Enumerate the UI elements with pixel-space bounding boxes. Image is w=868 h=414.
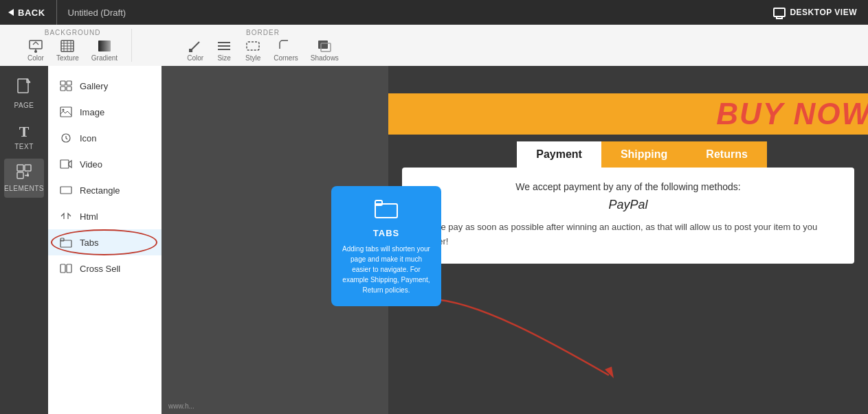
rectangle-icon <box>59 183 73 197</box>
html-item[interactable]: Html <box>48 203 162 229</box>
svg-rect-19 <box>25 165 31 171</box>
sidebar-item-text[interactable]: T TEXT <box>4 117 44 156</box>
yellow-banner: BUY NOW <box>388 93 868 135</box>
border-corners-btn[interactable]: Corners <box>274 39 298 62</box>
desktop-view-label: DESKTOP VIEW <box>790 8 857 17</box>
svg-rect-25 <box>67 81 71 85</box>
svg-rect-15 <box>318 41 328 49</box>
back-button[interactable]: BACK <box>8 8 45 18</box>
separator <box>56 0 57 25</box>
tab-shipping[interactable]: Shipping <box>601 141 687 168</box>
tooltip-title: TABS <box>341 228 432 238</box>
svg-rect-10 <box>189 49 192 52</box>
bg-gradient-btn[interactable]: Gradient <box>91 39 118 62</box>
video-icon <box>59 157 73 171</box>
border-label: BORDER <box>246 29 280 36</box>
border-style-label: Style <box>245 54 260 62</box>
image-icon <box>59 105 73 119</box>
background-label: BACKGROUND <box>45 29 101 36</box>
text-label: TEXT <box>14 143 34 150</box>
payment-content-box: We accept payment by any of the followin… <box>402 168 854 264</box>
svg-rect-27 <box>67 87 71 91</box>
payment-body: Please pay as soon as possible after win… <box>419 220 838 249</box>
svg-rect-31 <box>60 160 69 168</box>
back-arrow-icon <box>8 9 14 16</box>
border-corners-label: Corners <box>274 54 298 62</box>
icon-label: Icon <box>80 133 97 143</box>
svg-point-29 <box>63 109 65 111</box>
border-size-label: Size <box>217 54 230 62</box>
border-style-btn[interactable]: Style <box>245 39 261 62</box>
border-shadows-label: Shadows <box>311 54 339 62</box>
border-style-icon <box>245 39 261 53</box>
gallery-icon <box>59 79 73 93</box>
rectangle-item[interactable]: Rectangle <box>48 177 162 203</box>
bg-color-btn[interactable]: Color <box>27 39 44 62</box>
svg-rect-21 <box>27 174 29 176</box>
tabs-label: Tabs <box>80 238 98 248</box>
elements-icon <box>16 164 32 183</box>
crosssell-label: Cross Sell <box>80 264 120 274</box>
main-area: PAGE T TEXT ELEMENTS Gallery Image <box>0 66 868 414</box>
bg-gradient-label: Gradient <box>91 54 118 62</box>
canvas-area: BUY NOW TABS Adding tabs will shorten yo… <box>162 66 868 414</box>
top-bar: BACK Untitled (Draft) DESKTOP VIEW <box>0 0 868 25</box>
texture-icon <box>59 39 76 53</box>
payment-tabs-section: Payment Shipping Returns We accept payme… <box>388 141 868 264</box>
properties-bar: BACKGROUND Color Texture <box>0 25 868 66</box>
html-icon <box>59 209 73 223</box>
tabs-item[interactable]: Tabs <box>48 229 162 255</box>
icon-item[interactable]: Icon <box>48 125 162 151</box>
gradient-icon <box>96 39 113 53</box>
left-sidebar: PAGE T TEXT ELEMENTS <box>0 66 48 414</box>
video-item[interactable]: Video <box>48 151 162 177</box>
tabs-tooltip: TABS Adding tabs will shorten your page … <box>331 186 441 306</box>
corners-icon <box>278 39 294 53</box>
svg-rect-24 <box>60 81 65 85</box>
crosssell-item[interactable]: Cross Sell <box>48 255 162 281</box>
sidebar-item-elements[interactable]: ELEMENTS <box>4 159 44 198</box>
tabs-row: Payment Shipping Returns <box>388 141 868 168</box>
monitor-icon <box>773 8 786 17</box>
shadows-icon <box>316 39 333 53</box>
border-shadows-btn[interactable]: Shadows <box>311 39 339 62</box>
svg-rect-36 <box>67 264 71 273</box>
bg-texture-btn[interactable]: Texture <box>56 39 79 62</box>
bottom-url: www.h... <box>168 402 194 410</box>
svg-rect-20 <box>17 172 23 179</box>
elements-label: ELEMENTS <box>4 185 44 192</box>
border-color-label: Color <box>187 54 203 62</box>
svg-rect-9 <box>98 41 111 51</box>
border-size-icon <box>216 39 232 53</box>
svg-rect-32 <box>60 187 71 194</box>
bg-color-label: Color <box>27 54 44 62</box>
sidebar-item-page[interactable]: PAGE <box>4 73 44 115</box>
gallery-item[interactable]: Gallery <box>48 73 162 99</box>
text-icon: T <box>19 123 30 141</box>
paypal-text: PayPal <box>419 198 838 212</box>
buy-now-text: BUY NOW <box>716 97 868 131</box>
crosssell-icon <box>59 262 73 275</box>
desktop-view-button[interactable]: DESKTOP VIEW <box>773 8 857 17</box>
html-label: Html <box>80 211 98 222</box>
back-label: BACK <box>18 8 45 18</box>
tooltip-tab-icon <box>341 197 432 224</box>
border-size-btn[interactable]: Size <box>216 39 232 62</box>
elements-panel: Gallery Image Icon Video <box>48 66 162 414</box>
image-label: Image <box>80 107 104 117</box>
svg-rect-14 <box>247 42 259 50</box>
tab-payment[interactable]: Payment <box>517 141 601 168</box>
tab-returns[interactable]: Returns <box>687 141 766 168</box>
background-section: BACKGROUND Color Texture <box>14 29 132 62</box>
border-color-icon <box>187 39 203 53</box>
doc-title: Untitled (Draft) <box>68 8 126 18</box>
gallery-label: Gallery <box>80 81 108 91</box>
border-color-btn[interactable]: Color <box>187 39 203 62</box>
tooltip-description: Adding tabs will shorten your page and m… <box>341 244 432 295</box>
top-spacer <box>388 66 868 93</box>
svg-point-1 <box>34 50 37 53</box>
svg-rect-35 <box>60 264 65 273</box>
rectangle-label: Rectangle <box>80 185 120 196</box>
icon-icon <box>59 131 73 145</box>
image-item[interactable]: Image <box>48 99 162 125</box>
